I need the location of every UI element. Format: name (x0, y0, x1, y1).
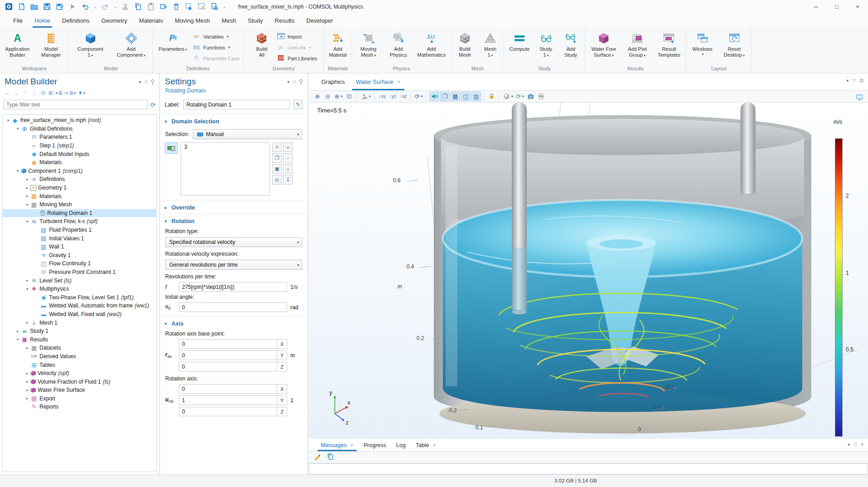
tree-item[interactable]: ▸ Volume Fraction of Fluid 1 (ls) (3, 377, 156, 386)
close-tab-icon[interactable]: × (350, 442, 353, 448)
menu-tab[interactable]: Materials (133, 13, 169, 28)
moving-mesh-button[interactable]: Moving Mesh▾ (353, 29, 384, 58)
add-study-button[interactable]: Add Study (558, 29, 584, 58)
maximize-panel-icon[interactable]: ⊡ (860, 78, 863, 83)
float-panel-icon[interactable]: □ (145, 79, 147, 84)
tree-item[interactable]: ▾ Component 1 (comp1) (3, 167, 156, 175)
axis-z-input[interactable]: 0 (179, 407, 277, 416)
study-1-button[interactable]: Study 1▾ (534, 29, 558, 58)
tree-item[interactable]: ▸ Mesh 1 (3, 318, 156, 327)
revolutions-per-time-input[interactable]: 275[rpm]*step1(t[1/s]) (179, 282, 287, 292)
tree-item[interactable]: ▸ Water Free Surface (3, 386, 156, 394)
refresh-icon[interactable]: ⟳ (150, 101, 156, 108)
axis-y-input[interactable]: 1 (179, 395, 277, 405)
lock-icon[interactable] (487, 92, 496, 101)
close-panel-icon[interactable]: × (861, 442, 863, 447)
tree-item[interactable]: Flow Continuity 1 (3, 259, 156, 268)
axis-x-input[interactable]: 0 (179, 384, 277, 394)
grid-icon[interactable]: ▦ (451, 92, 460, 101)
domain-selection-list[interactable]: 3 (181, 142, 270, 195)
zoom-extents-icon[interactable]: ⊡ (344, 92, 354, 101)
move-down-icon[interactable]: ↓ (30, 88, 39, 97)
quality-icon[interactable]: ▥ (471, 92, 481, 101)
zoom-box-icon[interactable]: ⊕▾ (333, 92, 343, 101)
wireframe-icon[interactable]: ◫ (461, 92, 471, 101)
panel-menu-icon[interactable]: ▾ (847, 78, 849, 83)
application-builder-button[interactable]: A Application Builder (1, 29, 34, 58)
rotate-view-icon[interactable]: ⟳▾ (414, 92, 424, 101)
tree-item[interactable]: Pressure Point Constraint 1 (3, 268, 156, 277)
tab-messages[interactable]: Messages× (316, 439, 358, 451)
tree-item[interactable]: Wetted Wall, Automatic from frame (ww1) (3, 302, 156, 310)
view-xz-button[interactable]: ↑xz (398, 92, 408, 101)
domain-selection-heading[interactable]: ▾Domain Selection (160, 114, 307, 127)
tree-item[interactable]: ▾ Global Definitions (3, 125, 156, 133)
livelink-button[interactable]: ⇄LiveLink▾ (276, 43, 317, 52)
view-xy-button[interactable]: ↑xy (378, 92, 387, 101)
tree-filter-input[interactable] (3, 100, 147, 109)
model-tree-nodes-icon[interactable]: ≣▾ (68, 88, 77, 97)
copy-selection-button[interactable]: ❐ (272, 153, 282, 163)
tab-graphics[interactable]: Graphics (316, 73, 350, 90)
menu-tab[interactable]: Study (242, 13, 269, 28)
tree-item[interactable]: ▸ Level Set (ls) (3, 276, 156, 285)
tree-item[interactable]: ▾ free_surface_mixer_ls.mph (root) (3, 116, 156, 125)
menu-tab[interactable]: Mesh (216, 13, 242, 28)
menu-tab[interactable]: Results (269, 13, 300, 28)
clear-selection-button[interactable]: ⌂ (283, 164, 293, 174)
open-file-button[interactable] (30, 2, 39, 11)
tree-item[interactable]: Derived Values (3, 352, 156, 361)
save-as-button[interactable] (55, 2, 64, 11)
copy-button[interactable] (134, 2, 142, 11)
image-snapshot-icon[interactable] (526, 92, 535, 101)
rotation-type-dropdown[interactable]: Specified rotational velocity (165, 237, 302, 247)
maximize-button[interactable]: □ (826, 0, 847, 13)
import-button[interactable]: Import (276, 32, 317, 41)
redo-dropdown[interactable]: ⌄ (114, 5, 118, 9)
clear-messages-icon[interactable] (314, 453, 321, 462)
add-material-button[interactable]: Add Material (325, 29, 351, 58)
pin-icon[interactable] (151, 79, 154, 83)
new-file-button[interactable] (17, 2, 26, 11)
plot-window-icon[interactable] (855, 93, 864, 102)
menu-tab[interactable]: Moving Mesh (169, 13, 216, 28)
update-plot-icon[interactable]: ⟳▾ (515, 92, 525, 101)
label-input[interactable]: Rotating Domain 1 (183, 100, 289, 109)
float-panel-icon[interactable]: □ (854, 442, 857, 447)
tab-progress[interactable]: Progress (358, 439, 391, 451)
rve-dropdown[interactable]: General revolutions per time (165, 260, 302, 270)
delete-button[interactable] (172, 2, 181, 11)
tree-item[interactable]: ▸ Export (3, 394, 156, 403)
undo-dropdown[interactable]: ⌄ (93, 5, 97, 9)
tree-item[interactable]: Materials (3, 158, 156, 167)
create-selection-button[interactable]: ⌖ (272, 142, 282, 152)
back-icon[interactable]: ← (3, 88, 11, 97)
save-button[interactable] (43, 2, 51, 11)
tree-item[interactable]: ▾ Moving Mesh (3, 200, 156, 209)
base-point-y-input[interactable]: 0 (179, 351, 277, 360)
tab-log[interactable]: Log (391, 439, 411, 451)
tree-item[interactable]: Gravity 1 (3, 251, 156, 260)
tree-item[interactable]: ▾ Multiphysics (3, 285, 156, 293)
tree-item[interactable]: Initial Values 1 (3, 234, 156, 243)
add-component-button[interactable]: Add Component▾ (111, 29, 152, 58)
tree-item[interactable]: Reports (3, 403, 156, 411)
base-point-z-input[interactable]: 0 (179, 362, 277, 371)
panel-menu-icon[interactable]: ▾ (848, 442, 850, 447)
paste-button[interactable] (147, 2, 155, 11)
duplicate-button[interactable] (159, 2, 168, 11)
tree-item[interactable]: Parameters 1 (3, 133, 156, 141)
float-panel-icon[interactable]: □ (293, 79, 296, 84)
tree-item[interactable]: ▾ Results (3, 335, 156, 344)
tree-item[interactable]: Default Model Inputs (3, 150, 156, 158)
messages-content[interactable] (309, 463, 868, 474)
reset-desktop-button[interactable]: Reset Desktop▾ (718, 29, 750, 58)
tree-item[interactable]: Wall 1 (3, 243, 156, 251)
paste-selection-button[interactable]: ▣ (272, 164, 282, 174)
tree-item[interactable]: Rotating Domain 1 (3, 209, 156, 218)
windows-button[interactable]: Windows▾ (687, 29, 718, 56)
water-free-surface-button[interactable]: Water Free Surface▾ (586, 29, 622, 58)
close-button[interactable]: × (847, 0, 868, 13)
panel-menu-icon[interactable]: ▾ (139, 79, 141, 84)
filter-icon[interactable]: ▼▾ (77, 88, 86, 97)
